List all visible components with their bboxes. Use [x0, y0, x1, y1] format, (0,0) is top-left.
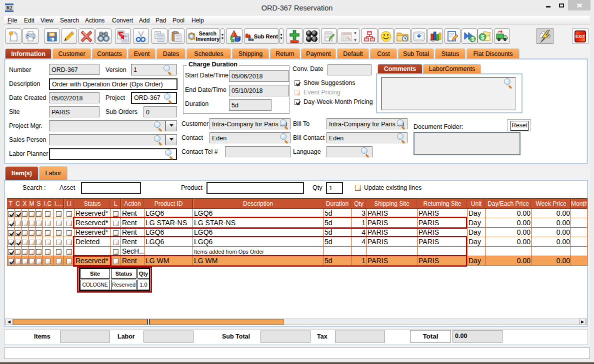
svg-text:?: ?: [312, 37, 316, 42]
svg-text:$: $: [472, 36, 474, 42]
svg-text:$: $: [481, 33, 484, 40]
